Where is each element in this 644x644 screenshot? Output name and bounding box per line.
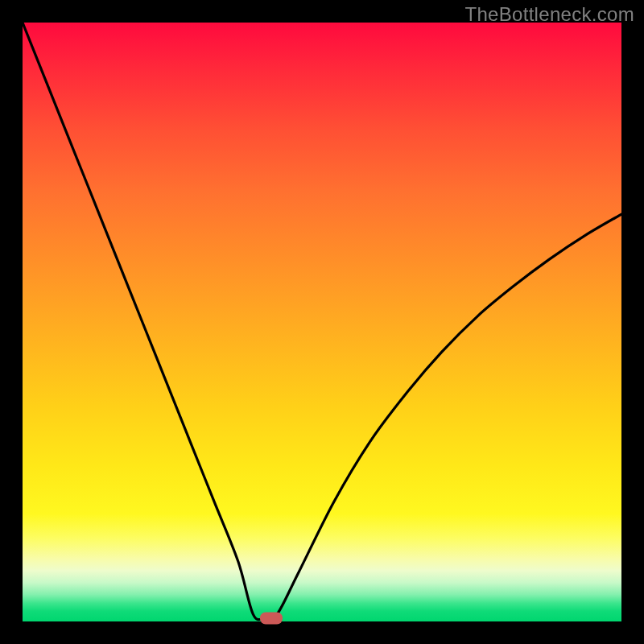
bottleneck-curve — [23, 23, 621, 621]
chart-frame: TheBottleneck.com — [0, 0, 644, 644]
optimal-point-marker — [260, 612, 283, 624]
plot-area — [23, 23, 621, 621]
watermark-text: TheBottleneck.com — [464, 3, 634, 26]
